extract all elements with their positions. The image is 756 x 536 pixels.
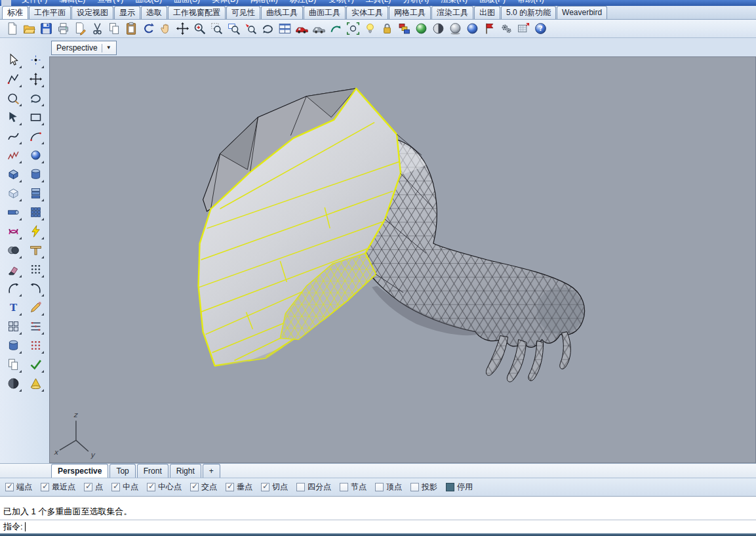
arc-tool[interactable] [27, 128, 44, 144]
rectangle-tool[interactable] [27, 109, 44, 125]
pipe-tool[interactable] [5, 204, 22, 220]
menu-item[interactable]: 面板(P) [473, 0, 511, 6]
checkbox[interactable] [226, 483, 234, 491]
cplane-button[interactable] [515, 20, 532, 37]
tab-cplane[interactable]: 工作平面 [29, 6, 71, 19]
osnap-intersection[interactable]: 交点 [190, 482, 217, 493]
edit-tool[interactable] [27, 299, 44, 316]
checkbox[interactable] [147, 483, 155, 491]
viewport-layout-button[interactable] [276, 20, 293, 37]
zoom-window-button[interactable] [225, 20, 242, 37]
osnap-knot[interactable]: 节点 [340, 482, 367, 493]
osnap-project[interactable]: 投影 [410, 482, 437, 493]
command-line[interactable]: 指令: [0, 520, 756, 533]
lasso-select-tool[interactable] [5, 109, 22, 125]
tab-curve-tools[interactable]: 曲线工具 [261, 6, 303, 19]
vp-tab-right[interactable]: Right [170, 464, 201, 478]
loft-tool[interactable] [27, 185, 44, 201]
checkbox[interactable] [446, 483, 454, 491]
tab-viewport-layout[interactable]: 工作视窗配置 [168, 6, 226, 19]
print-button[interactable] [54, 20, 71, 37]
new-file-button[interactable] [3, 20, 20, 37]
tab-select[interactable]: 选取 [141, 6, 167, 19]
checkbox[interactable] [190, 483, 199, 491]
checkbox[interactable] [84, 483, 92, 491]
circle-tool[interactable] [5, 90, 22, 106]
delete-tool[interactable] [5, 261, 22, 278]
point-cloud-tool[interactable] [27, 337, 44, 354]
zoom-extents-button[interactable] [344, 20, 361, 37]
menu-item[interactable]: 编辑(E) [53, 0, 91, 6]
shade-tool[interactable] [5, 375, 22, 392]
rendered-viewport-button[interactable] [464, 20, 481, 37]
chevron-down-icon[interactable]: ▼ [106, 45, 111, 51]
tab-new-in-v5[interactable]: 5.0 的新功能 [501, 6, 556, 19]
box-tool[interactable] [5, 166, 22, 182]
menu-item[interactable]: 帮助(H) [511, 0, 550, 6]
render-button[interactable] [412, 20, 429, 37]
menu-item[interactable]: 查看(V) [91, 0, 129, 6]
polyline-tool[interactable] [5, 71, 22, 87]
copy-button[interactable] [106, 20, 123, 37]
wireframe-mode-button[interactable] [310, 20, 327, 37]
cylinder-tool[interactable] [27, 166, 44, 182]
linear-array-tool[interactable] [27, 318, 44, 335]
menu-item[interactable]: 曲面(S) [168, 0, 206, 6]
menu-item[interactable]: 工具(L) [360, 0, 397, 6]
osnap-end[interactable]: 端点 [5, 482, 32, 493]
vp-tab-add[interactable]: + [203, 464, 220, 478]
checkbox[interactable] [375, 483, 384, 491]
vp-tab-top[interactable]: Top [109, 464, 135, 478]
lock-objects-button[interactable] [378, 20, 395, 37]
tab-visibility[interactable]: 可见性 [226, 6, 260, 19]
layers-button[interactable] [395, 20, 412, 37]
checkbox[interactable] [41, 483, 49, 491]
osnap-vertex[interactable]: 顶点 [375, 482, 402, 493]
menu-item[interactable]: 实体(D) [206, 0, 245, 6]
align-tool[interactable] [27, 242, 44, 258]
options-button[interactable] [498, 20, 515, 37]
tab-solid-tools[interactable]: 实体工具 [346, 6, 388, 19]
checkbox[interactable] [340, 483, 348, 491]
tube-tool[interactable] [5, 337, 22, 354]
group-tool[interactable] [5, 318, 22, 335]
rotate-tool[interactable] [27, 90, 44, 106]
explode-tool[interactable] [27, 223, 44, 239]
rotate-view-button[interactable] [259, 20, 276, 37]
show-objects-button[interactable] [361, 20, 378, 37]
osnap-mid[interactable]: 中点 [111, 482, 138, 493]
properties-button[interactable] [71, 20, 89, 37]
menu-item[interactable]: 网格(M) [245, 0, 284, 6]
vp-tab-front[interactable]: Front [137, 464, 169, 478]
checkbox[interactable] [410, 483, 419, 491]
open-file-button[interactable] [20, 20, 37, 37]
tab-drafting[interactable]: 出图 [474, 6, 500, 19]
duplicate-tool[interactable] [5, 356, 22, 373]
chamfer-tool[interactable] [27, 280, 44, 297]
checkbox[interactable] [5, 483, 14, 491]
sketch-tool[interactable] [5, 147, 22, 163]
menu-item[interactable]: 变动(T) [322, 0, 359, 6]
perspective-viewport[interactable]: z x y [49, 56, 756, 463]
checkbox[interactable] [111, 483, 120, 491]
fillet-tool[interactable] [5, 280, 22, 297]
checkbox[interactable] [296, 483, 305, 491]
tab-set-view[interactable]: 设定视图 [71, 6, 113, 19]
display-mode-button[interactable] [293, 20, 310, 37]
cut-button[interactable] [89, 20, 106, 37]
point-grid-tool[interactable] [27, 261, 44, 278]
menu-item[interactable]: 曲线(C) [129, 0, 168, 6]
zoom-button[interactable] [191, 20, 208, 37]
select-tool[interactable] [5, 52, 22, 68]
annotation-button[interactable] [481, 20, 498, 37]
array-tool[interactable] [27, 204, 44, 220]
osnap-disable[interactable]: 停用 [446, 482, 473, 493]
tab-standard[interactable]: 标准 [2, 6, 28, 19]
menu-item[interactable]: 文件(F) [16, 0, 53, 6]
menu-item[interactable]: 渲染(R) [435, 0, 473, 6]
tab-render-tools[interactable]: 渲染工具 [431, 6, 473, 19]
curve-tool[interactable] [5, 128, 22, 144]
move-tool[interactable] [27, 71, 44, 87]
checkbox[interactable] [261, 483, 269, 491]
undo-button[interactable] [140, 20, 157, 37]
